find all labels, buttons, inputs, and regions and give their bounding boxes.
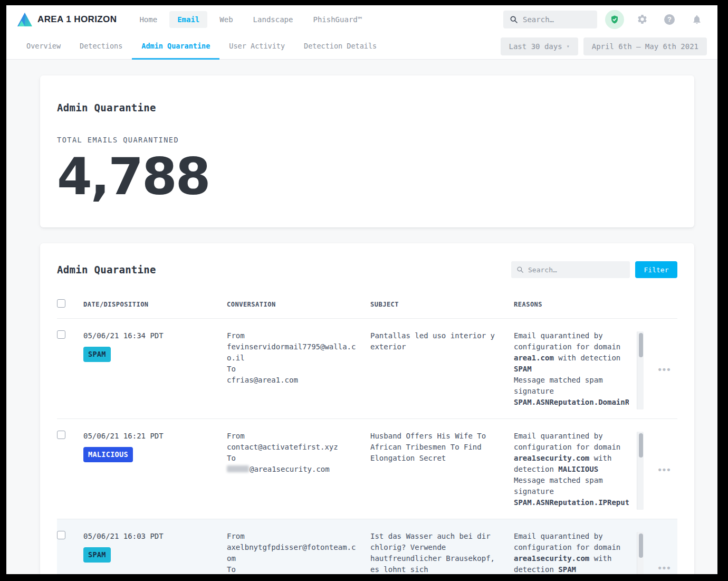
filter-button[interactable]: Filter <box>635 261 677 278</box>
to-label: To <box>227 453 358 464</box>
table-body: 05/06/21 16:34 PDT SPAM From fevinservid… <box>57 319 677 574</box>
reasons-cell: Email quarantined by configuration for d… <box>514 531 652 574</box>
nav-item-home[interactable]: Home <box>131 11 165 28</box>
disposition-badge: SPAM <box>83 347 111 362</box>
date-disposition-cell: 05/06/21 16:03 PDT SPAM <box>83 531 227 574</box>
search-icon <box>510 15 518 24</box>
row-date: 05/06/21 16:03 PDT <box>83 531 214 542</box>
row-actions-button[interactable]: ••• <box>656 531 674 574</box>
reasons-cell: Email quarantined by configuration for d… <box>514 330 652 408</box>
quarantine-table-card: Admin Quarantine Filter DATE/DISPOSITION… <box>40 243 694 574</box>
to-label: To <box>227 364 358 375</box>
table-search-input[interactable] <box>528 266 618 274</box>
from-label: From <box>227 531 358 542</box>
select-all-checkbox[interactable] <box>57 299 65 308</box>
row-date: 05/06/21 16:34 PDT <box>83 330 214 341</box>
tab-admin-quarantine[interactable]: Admin Quarantine <box>132 33 219 60</box>
table-row: 05/06/21 16:34 PDT SPAM From fevinservid… <box>57 319 677 419</box>
main-content: Admin Quarantine TOTAL EMAILS QUARANTINE… <box>6 60 717 574</box>
disposition-badge: SPAM <box>83 547 111 563</box>
column-header-subject: SUBJECT <box>370 301 514 308</box>
reasons-content: Email quarantined by configuration for d… <box>514 531 629 574</box>
search-icon <box>516 266 524 273</box>
date-disposition-cell: 05/06/21 16:21 PDT MALICIOUS <box>83 431 227 508</box>
global-search[interactable] <box>503 11 597 28</box>
row-checkbox[interactable] <box>57 330 65 339</box>
table-row: 05/06/21 16:03 PDT SPAM From axelbnytgfp… <box>57 519 677 574</box>
table-row: 05/06/21 16:21 PDT MALICIOUS From contac… <box>57 419 677 519</box>
reasons-scrollbar-thumb[interactable] <box>639 534 643 558</box>
to-label: To <box>227 564 358 574</box>
notifications-button[interactable] <box>687 9 707 30</box>
nav-item-landscape[interactable]: Landscape <box>245 11 301 28</box>
from-label: From <box>227 431 358 442</box>
conversation-cell: From fevinservidormail7795@walla.co.il T… <box>227 330 370 408</box>
gear-icon <box>637 14 648 25</box>
reasons-scrollbar[interactable] <box>637 432 644 510</box>
summary-card-title: Admin Quarantine <box>57 102 677 113</box>
top-bar-actions: ? <box>503 9 707 30</box>
summary-card: Admin Quarantine TOTAL EMAILS QUARANTINE… <box>40 75 694 227</box>
row-subject: Pantallas led uso interior y exterior <box>370 330 501 353</box>
area1-logo-icon <box>17 12 33 27</box>
row-subject: Husband Offers His Wife To African Tribe… <box>370 431 501 464</box>
chevron-down-icon: ▾ <box>567 43 570 49</box>
tab-detections[interactable]: Detections <box>70 33 132 60</box>
date-range-button[interactable]: April 6th — May 6th 2021 <box>583 37 707 55</box>
row-checkbox[interactable] <box>57 531 65 539</box>
primary-nav: Home Email Web Landscape PhishGuard™ <box>131 11 370 28</box>
actions-cell: ••• <box>652 431 677 508</box>
help-button[interactable]: ? <box>659 9 679 30</box>
row-actions-button[interactable]: ••• <box>656 431 674 508</box>
global-search-input[interactable] <box>523 15 586 24</box>
reasons-cell: Email quarantined by configuration for d… <box>514 431 652 508</box>
row-checkbox[interactable] <box>57 431 65 439</box>
nav-item-email[interactable]: Email <box>169 11 207 28</box>
actions-cell: ••• <box>652 531 677 574</box>
table-header-row: DATE/DISPOSITION CONVERSATION SUBJECT RE… <box>57 292 677 319</box>
table-card-header: Admin Quarantine Filter <box>57 261 677 278</box>
date-range-label: April 6th — May 6th 2021 <box>592 42 698 51</box>
actions-cell: ••• <box>652 330 677 408</box>
protection-status-button[interactable] <box>605 9 625 30</box>
row-subject: Ist das Wasser auch bei dir chlorig? Ver… <box>370 531 501 574</box>
from-address: axelbnytgfpdisser@fotonteam.com <box>227 542 358 564</box>
tab-user-activity[interactable]: User Activity <box>219 33 294 60</box>
brand-logo[interactable]: AREA 1 HORIZON <box>17 12 117 27</box>
to-line: @area1security.com <box>227 464 358 475</box>
range-preset-dropdown[interactable]: Last 30 days ▾ <box>501 37 578 55</box>
brand-name: AREA 1 HORIZON <box>37 14 117 25</box>
shield-check-icon <box>605 10 624 29</box>
column-header-date: DATE/DISPOSITION <box>83 301 227 308</box>
date-controls: Last 30 days ▾ April 6th — May 6th 2021 <box>501 37 707 55</box>
to-address: @area1security.com <box>250 465 330 473</box>
column-header-reasons: REASONS <box>514 301 652 308</box>
disposition-badge: MALICIOUS <box>83 447 133 462</box>
tab-overview[interactable]: Overview <box>17 33 70 60</box>
redacted-user <box>227 465 249 472</box>
range-preset-label: Last 30 days <box>509 42 562 51</box>
report-tabs: Overview Detections Admin Quarantine Use… <box>17 33 386 59</box>
reasons-content: Email quarantined by configuration for d… <box>514 431 629 508</box>
reasons-scrollbar[interactable] <box>637 331 644 409</box>
to-address: cfrias@area1.com <box>227 376 298 384</box>
top-bar: AREA 1 HORIZON Home Email Web Landscape … <box>6 5 717 33</box>
row-date: 05/06/21 16:21 PDT <box>83 431 214 442</box>
subject-cell: Husband Offers His Wife To African Tribe… <box>370 431 514 508</box>
reasons-scrollbar[interactable] <box>637 532 644 574</box>
subject-cell: Ist das Wasser auch bei dir chlorig? Ver… <box>370 531 514 574</box>
app-window: AREA 1 HORIZON Home Email Web Landscape … <box>6 5 717 574</box>
reasons-scrollbar-thumb[interactable] <box>639 433 643 458</box>
bell-icon <box>692 14 702 25</box>
reasons-scrollbar-thumb[interactable] <box>639 333 643 357</box>
metric-value: 4,788 <box>57 151 677 202</box>
tab-detection-details[interactable]: Detection Details <box>294 33 386 60</box>
table-search[interactable] <box>511 261 630 278</box>
settings-button[interactable] <box>632 9 652 30</box>
nav-item-phishguard[interactable]: PhishGuard™ <box>305 11 370 28</box>
nav-item-web[interactable]: Web <box>212 11 241 28</box>
row-actions-button[interactable]: ••• <box>656 330 674 408</box>
from-address: fevinservidormail7795@walla.co.il <box>227 341 358 364</box>
date-disposition-cell: 05/06/21 16:34 PDT SPAM <box>83 330 227 408</box>
conversation-cell: From contact@activatefirst.xyz To @area1… <box>227 431 370 508</box>
